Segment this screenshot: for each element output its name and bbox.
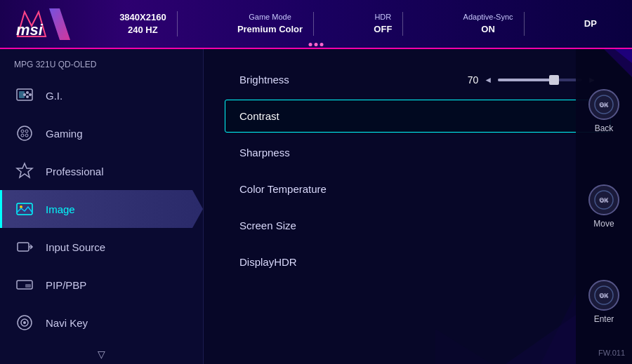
sidebar-item-navi-key[interactable]: Navi Key <box>0 304 203 342</box>
menu-item-displayhdr[interactable]: DisplayHDR <box>225 245 611 278</box>
sidebar-item-label-gi: G.I. <box>46 90 62 102</box>
msi-logo: msi <box>14 8 70 40</box>
pip-pbp-icon <box>14 274 35 295</box>
header-stat-adaptive-sync: Adaptive-Sync ON <box>453 12 525 36</box>
scroll-down-arrow[interactable]: ▽ <box>0 342 203 364</box>
menu-item-contrast[interactable]: Contrast <box>225 100 611 133</box>
color-temperature-label: Color Temperature <box>239 183 327 195</box>
sidebar: MPG 321U QD-OLED G.I. <box>0 49 204 364</box>
svg-point-11 <box>25 130 28 133</box>
move-button[interactable]: OK Move <box>588 184 619 229</box>
svg-marker-14 <box>17 163 32 177</box>
svg-point-7 <box>26 95 29 98</box>
svg-point-9 <box>18 126 32 140</box>
gaming-icon <box>14 123 35 144</box>
top-banner: msi 3840X2160 240 HZ Game Mode Premium C… <box>0 0 632 49</box>
svg-marker-25 <box>506 315 576 364</box>
msi-logo-icon: msi <box>14 8 49 40</box>
banner-dot <box>315 43 318 46</box>
back-label: Back <box>595 123 614 133</box>
svg-rect-17 <box>18 243 29 251</box>
enter-button[interactable]: OK Enter <box>588 280 619 324</box>
firmware-version: FW.011 <box>598 349 625 357</box>
svg-text:OK: OK <box>600 198 608 204</box>
displayhdr-label: DisplayHDR <box>239 256 297 268</box>
brightness-value: 70 <box>461 74 478 86</box>
back-button-icon: OK <box>588 89 619 120</box>
svg-text:msi: msi <box>16 21 44 39</box>
navi-key-icon <box>14 312 35 333</box>
svg-point-13 <box>25 134 28 137</box>
sidebar-item-label-gaming: Gaming <box>46 128 83 140</box>
enter-label: Enter <box>594 314 614 324</box>
svg-marker-2 <box>49 8 70 40</box>
slider-left-arrow[interactable]: ◄ <box>484 75 492 85</box>
header-stat-dp: DP <box>574 18 607 30</box>
banner-dot <box>309 43 312 46</box>
main-content: MPG 321U QD-OLED G.I. <box>0 49 632 364</box>
svg-marker-26 <box>435 329 492 364</box>
banner-dot <box>320 43 324 46</box>
menu-item-color-temperature[interactable]: Color Temperature <box>225 173 611 205</box>
enter-button-icon: OK <box>588 280 619 311</box>
sidebar-item-label-professional: Professional <box>46 166 104 177</box>
svg-rect-20 <box>25 284 31 288</box>
svg-point-8 <box>23 93 26 96</box>
header-stat-resolution: 3840X2160 240 HZ <box>109 11 178 36</box>
slider-thumb <box>549 75 559 85</box>
sidebar-item-label-input-source: Input Source <box>46 241 105 253</box>
banner-dots <box>309 43 324 46</box>
slider-track[interactable] <box>498 79 582 81</box>
svg-point-10 <box>21 130 24 133</box>
content-area: Brightness 70 ◄ ► Contrast Sharpness <box>204 49 632 364</box>
svg-point-6 <box>29 93 32 96</box>
svg-point-5 <box>26 91 29 94</box>
move-label: Move <box>593 219 614 229</box>
svg-point-23 <box>23 321 26 324</box>
sidebar-item-label-navi-key: Navi Key <box>46 317 88 329</box>
input-source-icon <box>14 236 35 257</box>
contrast-label: Contrast <box>239 110 279 122</box>
sharpness-label: Sharpness <box>239 147 290 159</box>
slider-fill <box>498 79 557 81</box>
svg-text:OK: OK <box>600 102 608 109</box>
back-button[interactable]: OK Back <box>588 89 619 133</box>
svg-text:OK: OK <box>600 293 608 299</box>
sidebar-item-professional[interactable]: Professional <box>0 152 203 190</box>
monitor-name: MPG 321U QD-OLED <box>0 56 203 76</box>
gi-icon <box>14 85 35 106</box>
sidebar-item-gi[interactable]: G.I. <box>0 76 203 114</box>
sidebar-item-label-pip-pbp: PIP/PBP <box>46 279 86 291</box>
header-stats: 3840X2160 240 HZ Game Mode Premium Color… <box>84 11 632 36</box>
corner-decor-icon <box>590 49 632 91</box>
menu-item-brightness[interactable]: Brightness 70 ◄ ► <box>225 63 611 96</box>
header-stat-hdr: HDR OFF <box>363 12 403 36</box>
menu-list: Brightness 70 ◄ ► Contrast Sharpness <box>225 63 611 278</box>
sidebar-item-gaming[interactable]: Gaming <box>0 114 203 152</box>
screen-size-label: Screen Size <box>239 220 296 231</box>
svg-point-12 <box>21 134 24 137</box>
professional-icon <box>14 161 35 182</box>
move-button-icon: OK <box>588 184 619 215</box>
right-controls: OK Back OK Move OK Enter FW. <box>576 49 632 364</box>
brightness-label: Brightness <box>239 74 289 86</box>
sidebar-item-image[interactable]: Image <box>0 190 203 228</box>
menu-item-sharpness[interactable]: Sharpness <box>225 136 611 169</box>
menu-item-screen-size[interactable]: Screen Size <box>225 209 611 242</box>
sidebar-item-input-source[interactable]: Input Source <box>0 228 203 266</box>
header-stat-game-mode: Game Mode Premium Color <box>227 12 314 36</box>
image-icon <box>14 198 35 220</box>
sidebar-item-label-image: Image <box>46 203 75 215</box>
logo-slash-icon <box>49 8 70 40</box>
svg-marker-24 <box>470 294 576 364</box>
sidebar-item-pip-pbp[interactable]: PIP/PBP <box>0 266 203 304</box>
